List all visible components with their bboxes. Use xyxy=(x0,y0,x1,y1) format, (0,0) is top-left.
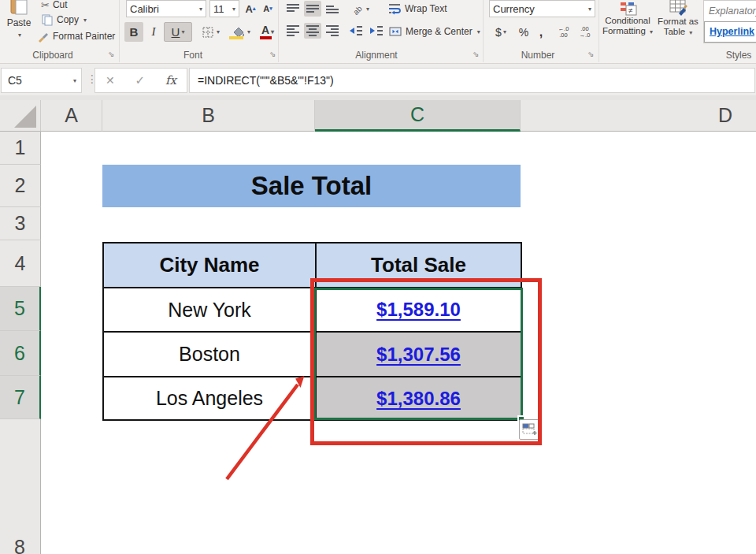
column-header-D[interactable]: D xyxy=(521,100,756,132)
comma-style-button[interactable]: , xyxy=(535,23,547,41)
font-color-button[interactable]: A ▾ xyxy=(257,22,279,42)
row-header-3[interactable]: 3 xyxy=(0,207,41,240)
grow-font-button[interactable]: A▴ xyxy=(243,1,258,17)
font-size-combo[interactable]: 11 ▾ xyxy=(209,0,239,17)
underline-button[interactable]: U ▾ xyxy=(164,22,192,42)
orientation-button[interactable]: ab ▾ xyxy=(346,0,373,17)
bold-letter: B xyxy=(130,25,139,39)
ribbon: Paste ▾ ✂ Cut Copy ▾ Format Painter Clip… xyxy=(0,0,756,64)
percent-sign: % xyxy=(519,26,528,39)
formula-buttons: ✕ ✓ fx xyxy=(94,68,187,93)
column-header-C[interactable]: C xyxy=(315,100,521,132)
select-all-triangle xyxy=(14,106,36,128)
row-header-8[interactable]: 8 xyxy=(0,419,41,554)
paste-label: Paste xyxy=(2,17,36,28)
insert-function-icon[interactable]: fx xyxy=(165,73,176,87)
paste-dropdown-arrow[interactable]: ▾ xyxy=(18,32,21,39)
number-format-combo[interactable]: Currency ▾ xyxy=(489,0,595,17)
bold-button[interactable]: B xyxy=(124,22,143,42)
cell-B5[interactable]: New York xyxy=(102,287,317,333)
cell-B6[interactable]: Boston xyxy=(102,331,317,377)
auto-fill-options-button[interactable] xyxy=(519,419,539,440)
font-color-bar xyxy=(260,36,272,39)
cell-C5[interactable]: $1,589.10 xyxy=(315,287,522,333)
accounting-format-button[interactable]: $ ▾ xyxy=(490,23,512,41)
row-header-1[interactable]: 1 xyxy=(0,132,41,165)
decrease-indent-icon xyxy=(348,24,364,37)
style-hyperlink[interactable]: Hyperlink xyxy=(704,21,756,43)
formula-input[interactable]: =INDIRECT("'"&B5&"'!F13") xyxy=(189,68,755,93)
font-color-letter: A xyxy=(261,24,269,36)
sale-total-banner[interactable]: Sale Total xyxy=(102,165,521,207)
wrap-text-button[interactable]: Wrap Text xyxy=(387,2,447,16)
cut-button[interactable]: ✂ Cut xyxy=(41,0,68,11)
align-top-button[interactable] xyxy=(284,1,302,17)
decrease-indent-button[interactable] xyxy=(346,23,365,39)
cell-C6[interactable]: $1,307.56 xyxy=(315,331,522,377)
paste-button[interactable]: Paste ▾ xyxy=(2,0,36,47)
number-format-value: Currency xyxy=(493,3,535,15)
percent-style-button[interactable]: % xyxy=(515,23,532,41)
row-header-2[interactable]: 2 xyxy=(0,165,41,207)
row-header-6[interactable]: 6 xyxy=(0,331,41,376)
group-separator xyxy=(483,0,484,62)
row-header-7[interactable]: 7 xyxy=(0,376,41,419)
align-right-icon xyxy=(324,24,340,37)
conditional-formatting-icon: ≠ xyxy=(617,0,638,16)
orientation-dropdown-arrow: ▾ xyxy=(366,6,369,13)
number-dialog-launcher[interactable]: ⇘ xyxy=(587,50,594,59)
clipboard-dialog-launcher[interactable]: ⇘ xyxy=(108,50,114,59)
alignment-dialog-launcher[interactable]: ⇘ xyxy=(472,50,479,59)
font-name-combo[interactable]: Calibri ▾ xyxy=(126,0,206,17)
align-middle-button[interactable] xyxy=(304,1,321,17)
italic-button[interactable]: I xyxy=(146,22,161,42)
font-group-label: Font xyxy=(158,50,228,61)
format-as-table-button[interactable]: Format as Table ▾ xyxy=(655,0,701,46)
merge-center-icon xyxy=(388,25,402,38)
decrease-decimal-button[interactable]: .00→.0 xyxy=(575,23,595,41)
copy-button[interactable]: Copy ▾ xyxy=(41,13,87,26)
align-center-button[interactable] xyxy=(304,23,321,39)
grow-font-letter: A xyxy=(246,3,253,15)
align-right-button[interactable] xyxy=(324,23,341,39)
column-header-A[interactable]: A xyxy=(41,100,102,132)
row-header-5[interactable]: 5 xyxy=(0,287,41,331)
cell-C7[interactable]: $1,380.86 xyxy=(315,376,522,421)
font-dialog-launcher[interactable]: ⇘ xyxy=(269,50,276,59)
increase-decimal-button[interactable]: ←.0.00 xyxy=(554,23,573,41)
copy-dropdown-arrow: ▾ xyxy=(83,17,87,24)
shrink-font-button[interactable]: A▾ xyxy=(260,1,276,17)
font-name-value: Calibri xyxy=(130,3,159,15)
number-group-label: Number xyxy=(502,50,573,61)
borders-dropdown-arrow: ▾ xyxy=(217,28,220,35)
fill-color-button[interactable]: ▾ xyxy=(227,22,254,42)
table-header-total-sale[interactable]: Total Sale xyxy=(315,242,522,288)
copy-icon xyxy=(41,13,54,26)
enter-check-icon[interactable]: ✓ xyxy=(135,73,146,87)
cell-B7[interactable]: Los Angeles xyxy=(102,376,317,421)
font-size-value: 11 xyxy=(213,3,224,15)
name-box[interactable]: C5 ▾ xyxy=(1,68,82,93)
format-painter-button[interactable]: Format Painter xyxy=(37,30,115,43)
excel-window: Paste ▾ ✂ Cut Copy ▾ Format Painter Clip… xyxy=(0,0,756,554)
borders-button[interactable]: ▾ xyxy=(197,22,224,42)
row-header-4[interactable]: 4 xyxy=(0,240,41,287)
merge-center-button[interactable]: Merge & Center ▾ xyxy=(388,24,480,39)
style-explanatory[interactable]: Explanatory xyxy=(704,1,756,21)
format-as-table-dropdown-arrow: ▾ xyxy=(689,29,692,36)
increase-indent-button[interactable] xyxy=(367,23,386,39)
cancel-icon[interactable]: ✕ xyxy=(106,74,115,87)
clipboard-group-label: Clipboard xyxy=(17,50,88,61)
dollar-sign: $ xyxy=(495,26,502,39)
align-left-button[interactable] xyxy=(284,23,302,39)
name-box-dropdown-arrow[interactable]: ▾ xyxy=(73,77,81,84)
conditional-formatting-button[interactable]: ≠ Conditional Formatting ▾ xyxy=(601,0,654,46)
grow-font-arrow: ▴ xyxy=(253,6,256,12)
align-bottom-button[interactable] xyxy=(324,1,341,17)
table-header-city-name[interactable]: City Name xyxy=(102,242,317,288)
select-all-button[interactable] xyxy=(0,100,41,132)
conditional-formatting-label-2: Formatting xyxy=(602,26,646,35)
wrap-text-label: Wrap Text xyxy=(405,3,447,14)
wrap-text-icon xyxy=(387,2,402,15)
column-header-B[interactable]: B xyxy=(102,100,315,132)
